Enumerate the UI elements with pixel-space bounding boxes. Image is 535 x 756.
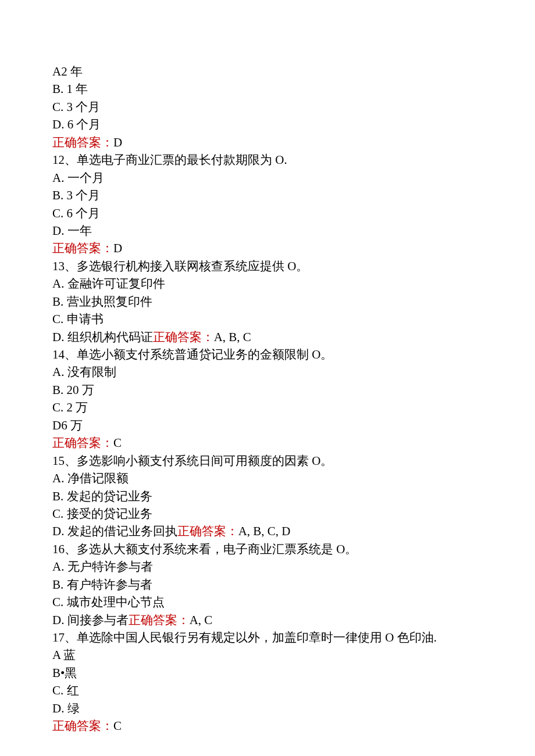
correct-answer-value: C bbox=[113, 436, 122, 450]
correct-answer-label: 正确答案： bbox=[52, 135, 113, 149]
text-line: D. 间接参与者正确答案：A, C bbox=[52, 611, 488, 629]
text-line: 12、单选电子商业汇票的最长付款期限为 O. bbox=[52, 151, 488, 169]
line-text: C. 接受的贷记业务 bbox=[52, 507, 152, 521]
correct-answer-label: 正确答案： bbox=[177, 524, 238, 538]
text-line: 正确答案：C bbox=[52, 434, 488, 452]
line-text: C. 城市处理中心节点 bbox=[52, 595, 165, 609]
text-line: A. 无户特许参与者 bbox=[52, 558, 488, 575]
line-text: B. 发起的贷记业务 bbox=[52, 489, 152, 503]
line-text: B. 3 个月 bbox=[52, 188, 100, 202]
text-line: A2 年 bbox=[52, 63, 488, 80]
text-line: D6 万 bbox=[52, 417, 488, 434]
correct-answer-value: D bbox=[113, 241, 122, 255]
line-text: 13、多选银行机构接入联网核查系统应提供 O。 bbox=[52, 259, 308, 273]
text-line: 正确答案：D bbox=[52, 239, 488, 257]
line-text: B. 20 万 bbox=[52, 383, 94, 397]
text-line: C. 红 bbox=[52, 682, 488, 699]
line-text: B•黑 bbox=[52, 666, 77, 680]
text-line: B. 20 万 bbox=[52, 381, 488, 399]
text-line: C. 城市处理中心节点 bbox=[52, 593, 488, 611]
line-text: A 蓝 bbox=[52, 648, 76, 662]
line-text: C. 2 万 bbox=[52, 400, 88, 414]
line-text: C. 申请书 bbox=[52, 312, 104, 326]
text-line: A. 净借记限额 bbox=[52, 470, 488, 487]
line-text: 12、单选电子商业汇票的最长付款期限为 O. bbox=[52, 153, 287, 167]
text-line: D. 6 个月 bbox=[52, 116, 488, 133]
text-line: A. 金融许可证复印件 bbox=[52, 275, 488, 292]
line-text: D. 6 个月 bbox=[52, 117, 101, 131]
text-line: A 蓝 bbox=[52, 646, 488, 664]
text-line: B. 3 个月 bbox=[52, 187, 488, 204]
option-text: D. 间接参与者 bbox=[52, 613, 129, 627]
line-text: C. 3 个月 bbox=[52, 100, 100, 114]
text-line: 16、多选从大额支付系统来看，电子商业汇票系统是 O。 bbox=[52, 540, 488, 558]
correct-answer-label: 正确答案： bbox=[52, 719, 113, 733]
text-line: D. 一年 bbox=[52, 222, 488, 239]
text-line: A. 没有限制 bbox=[52, 363, 488, 381]
correct-answer-label: 正确答案： bbox=[129, 613, 190, 627]
line-text: D6 万 bbox=[52, 418, 83, 432]
line-text: D. 绿 bbox=[52, 701, 80, 715]
text-line: C. 6 个月 bbox=[52, 205, 488, 222]
text-line: C. 2 万 bbox=[52, 399, 488, 416]
text-line: D. 组织机构代码证正确答案：A, B, C bbox=[52, 328, 488, 346]
document-page: A2 年B. 1 年C. 3 个月D. 6 个月正确答案：D12、单选电子商业汇… bbox=[0, 0, 535, 756]
text-line: 15、多选影响小额支付系统日间可用额度的因素 O。 bbox=[52, 452, 488, 470]
line-text: A. 没有限制 bbox=[52, 365, 116, 379]
text-line: B•黑 bbox=[52, 664, 488, 682]
text-line: C. 3 个月 bbox=[52, 98, 488, 116]
line-text: C. 红 bbox=[52, 683, 79, 697]
correct-answer-value: A, B, C, D bbox=[238, 524, 291, 538]
text-line: 正确答案：D bbox=[52, 134, 488, 151]
correct-answer-value: A, C bbox=[190, 613, 213, 627]
text-line: A. 一个月 bbox=[52, 169, 488, 187]
text-line: 17、单选除中国人民银行另有规定以外，加盖印章时一律使用 O 色印油. bbox=[52, 629, 488, 646]
correct-answer-label: 正确答案： bbox=[52, 436, 113, 450]
line-text: B. 1 年 bbox=[52, 82, 88, 96]
correct-answer-value: D bbox=[113, 135, 122, 149]
line-text: A. 净借记限额 bbox=[52, 471, 129, 485]
correct-answer-value: A, B, C bbox=[214, 330, 251, 344]
correct-answer-value: C bbox=[113, 719, 122, 733]
line-text: B. 有户特许参与者 bbox=[52, 578, 152, 592]
text-line: B. 营业执照复印件 bbox=[52, 293, 488, 310]
line-text: A. 一个月 bbox=[52, 171, 104, 185]
line-text: A. 金融许可证复印件 bbox=[52, 277, 165, 291]
line-text: D. 一年 bbox=[52, 224, 92, 238]
text-line: D. 发起的借记业务回执正确答案：A, B, C, D bbox=[52, 522, 488, 540]
option-text: D. 组织机构代码证 bbox=[52, 330, 153, 344]
text-line: C. 申请书 bbox=[52, 310, 488, 328]
text-line: C. 接受的贷记业务 bbox=[52, 505, 488, 522]
text-line: B. 有户特许参与者 bbox=[52, 576, 488, 593]
correct-answer-label: 正确答案： bbox=[153, 330, 214, 344]
line-text: 16、多选从大额支付系统来看，电子商业汇票系统是 O。 bbox=[52, 542, 357, 556]
text-line: 13、多选银行机构接入联网核查系统应提供 O。 bbox=[52, 257, 488, 275]
line-text: 17、单选除中国人民银行另有规定以外，加盖印章时一律使用 O 色印油. bbox=[52, 630, 437, 644]
text-line: 正确答案：C bbox=[52, 717, 488, 734]
line-text: C. 6 个月 bbox=[52, 206, 100, 220]
option-text: D. 发起的借记业务回执 bbox=[52, 524, 177, 538]
text-line: D. 绿 bbox=[52, 700, 488, 717]
line-text: A. 无户特许参与者 bbox=[52, 560, 153, 574]
text-line: B. 发起的贷记业务 bbox=[52, 488, 488, 505]
line-text: B. 营业执照复印件 bbox=[52, 295, 152, 309]
line-text: A2 年 bbox=[52, 65, 83, 78]
text-line: B. 1 年 bbox=[52, 80, 488, 98]
text-line: 14、单选小额支付系统普通贷记业务的金额限制 O。 bbox=[52, 346, 488, 363]
correct-answer-label: 正确答案： bbox=[52, 241, 113, 255]
line-text: 15、多选影响小额支付系统日间可用额度的因素 O。 bbox=[52, 454, 333, 468]
line-text: 14、单选小额支付系统普通贷记业务的金额限制 O。 bbox=[52, 347, 333, 361]
